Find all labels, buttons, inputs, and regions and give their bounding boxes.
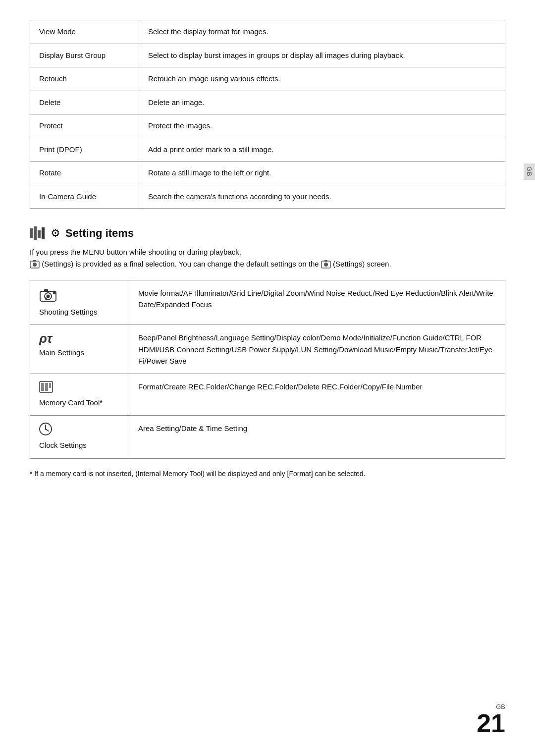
settings-description-cell: Movie format/AF Illuminator/Grid Line/Di… — [129, 280, 505, 325]
svg-rect-14 — [53, 292, 55, 294]
gb-page-number: 21 — [477, 709, 505, 738]
svg-rect-19 — [49, 383, 51, 388]
footnote: * If a memory card is not inserted, (Int… — [30, 469, 505, 480]
description-cell: Rotate a still image to the left or righ… — [139, 162, 505, 185]
gb-side-label: GB — [524, 163, 535, 180]
settings-icon-memory — [39, 381, 53, 395]
description-cell: Retouch an image using various effects. — [139, 67, 505, 91]
table-row: Rotate Rotate a still image to the left … — [30, 162, 505, 185]
description-cell: Select to display burst images in groups… — [139, 44, 505, 67]
settings-row: p Shooting Settings Movie format/AF Illu… — [30, 280, 505, 325]
svg-point-8 — [324, 263, 328, 267]
svg-rect-2 — [38, 230, 41, 238]
settings-section-icon — [30, 226, 46, 240]
svg-point-23 — [45, 429, 47, 430]
svg-rect-6 — [33, 260, 36, 262]
svg-point-5 — [33, 263, 37, 267]
settings-name: Clock Settings — [39, 439, 87, 451]
svg-rect-17 — [41, 383, 44, 391]
section-intro: If you press the MENU button while shoot… — [30, 246, 505, 270]
settings-name: Memory Card Tool* — [39, 397, 103, 408]
settings-icon-shooting: p — [39, 287, 57, 304]
settings-label-cell: p Shooting Settings — [30, 280, 129, 325]
settings-row: ρτ Main Settings Beep/Panel Brightness/L… — [30, 325, 505, 374]
settings-label-cell: Memory Card Tool* — [30, 374, 129, 416]
svg-rect-1 — [34, 226, 37, 240]
svg-rect-9 — [324, 260, 327, 262]
settings-row: Clock Settings Area Setting/Date & Time … — [30, 416, 505, 458]
term-cell: In-Camera Guide — [30, 185, 139, 209]
term-cell: Print (DPOF) — [30, 138, 139, 162]
top-reference-table: View Mode Select the display format for … — [30, 20, 505, 209]
table-row: View Mode Select the display format for … — [30, 20, 505, 44]
gb-bottom-label: GB 21 — [477, 703, 505, 736]
table-row: Retouch Retouch an image using various e… — [30, 67, 505, 91]
description-cell: Protect the images. — [139, 114, 505, 138]
settings-icon-main: ρτ — [39, 332, 52, 345]
table-row: Display Burst Group Select to display bu… — [30, 44, 505, 67]
settings-name: Shooting Settings — [39, 306, 98, 318]
svg-rect-18 — [45, 383, 48, 391]
term-cell: Display Burst Group — [30, 44, 139, 67]
section-heading: ⚙ Setting items — [30, 226, 505, 240]
term-cell: Retouch — [30, 67, 139, 91]
description-cell: Select the display format for images. — [139, 20, 505, 44]
settings-description-cell: Area Setting/Date & Time Setting — [129, 416, 505, 458]
term-cell: Rotate — [30, 162, 139, 185]
settings-description-cell: Beep/Panel Brightness/Language Setting/D… — [129, 325, 505, 374]
table-row: Print (DPOF) Add a print order mark to a… — [30, 138, 505, 162]
svg-rect-13 — [44, 289, 48, 292]
term-cell: View Mode — [30, 20, 139, 44]
svg-rect-0 — [30, 228, 33, 238]
table-row: Delete Delete an image. — [30, 91, 505, 114]
section-title: Setting items — [65, 227, 134, 240]
settings-label-cell: Clock Settings — [30, 416, 129, 458]
description-cell: Delete an image. — [139, 91, 505, 114]
description-cell: Search the camera's functions according … — [139, 185, 505, 209]
svg-rect-3 — [42, 227, 45, 239]
term-cell: Delete — [30, 91, 139, 114]
description-cell: Add a print order mark to a still image. — [139, 138, 505, 162]
settings-row: Memory Card Tool* Format/Create REC.Fold… — [30, 374, 505, 416]
settings-icon-clock — [39, 423, 52, 437]
settings-icon-gear: ⚙ — [51, 227, 60, 240]
table-row: Protect Protect the images. — [30, 114, 505, 138]
settings-label-cell: ρτ Main Settings — [30, 325, 129, 374]
term-cell: Protect — [30, 114, 139, 138]
settings-description-cell: Format/Create REC.Folder/Change REC.Fold… — [129, 374, 505, 416]
table-row: In-Camera Guide Search the camera's func… — [30, 185, 505, 209]
settings-table: p Shooting Settings Movie format/AF Illu… — [30, 280, 505, 459]
settings-name: Main Settings — [39, 347, 84, 358]
svg-text:p: p — [45, 295, 48, 300]
